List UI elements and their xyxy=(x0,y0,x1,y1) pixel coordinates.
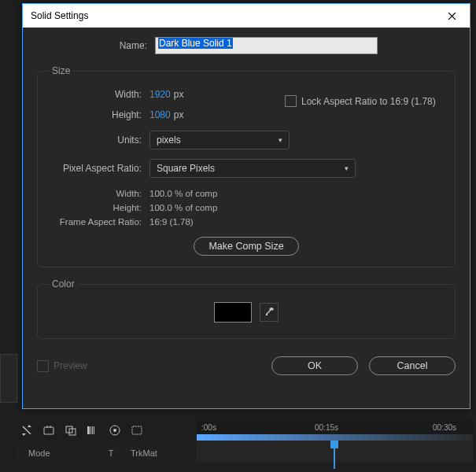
dialog-titlebar[interactable]: Solid Settings xyxy=(23,4,470,28)
height-value[interactable]: 1080 xyxy=(149,109,171,120)
preview-label: Preview xyxy=(54,360,87,371)
render-queue-icon[interactable] xyxy=(131,424,143,437)
color-legend: Color xyxy=(49,278,78,289)
lock-aspect-label: Lock Aspect Ratio to 16:9 (1.78) xyxy=(301,96,436,107)
width-label: Width: xyxy=(49,89,149,100)
checkbox-icon xyxy=(37,360,49,372)
timeline-toolbar xyxy=(16,420,201,441)
par-value: Square Pixels xyxy=(157,163,215,174)
size-legend: Size xyxy=(49,65,73,76)
cancel-button[interactable]: Cancel xyxy=(369,356,456,375)
motion-blur-icon[interactable] xyxy=(87,424,99,437)
col-t[interactable]: T xyxy=(91,448,131,458)
make-comp-size-button[interactable]: Make Comp Size xyxy=(194,237,298,256)
eyedropper-button[interactable] xyxy=(260,303,279,322)
timeline-ruler[interactable]: :00s 00:15s 00:30s xyxy=(197,420,473,441)
height-label: Height: xyxy=(49,109,149,120)
shy-icon[interactable] xyxy=(42,424,55,437)
timeline-track[interactable] xyxy=(197,441,473,463)
ro-width-value: 100.0 % of comp xyxy=(149,189,217,198)
name-label: Name: xyxy=(37,40,155,51)
eyedropper-icon xyxy=(264,307,275,318)
svg-point-8 xyxy=(113,429,116,432)
frame-blend-icon[interactable] xyxy=(65,424,77,437)
ok-button[interactable]: OK xyxy=(271,356,358,375)
timeline-columns: Mode T TrkMat xyxy=(16,444,197,463)
size-group: Size Width: 1920 px Height: 1080 px Lock… xyxy=(37,65,456,267)
par-select[interactable]: Square Pixels ▾ xyxy=(149,159,356,178)
ruler-gradient xyxy=(197,434,473,441)
width-unit: px xyxy=(174,89,184,100)
close-icon[interactable] xyxy=(440,4,463,28)
preview-checkbox[interactable]: Preview xyxy=(37,360,87,372)
name-input-value: Dark Blue Solid 1 xyxy=(158,38,233,49)
name-input[interactable]: Dark Blue Solid 1 xyxy=(155,37,378,54)
svg-rect-9 xyxy=(132,426,142,434)
ro-height-label: Height: xyxy=(49,203,149,212)
ro-far-label: Frame Aspect Ratio: xyxy=(49,217,149,227)
playhead[interactable] xyxy=(330,441,338,463)
ro-width-label: Width: xyxy=(49,189,149,198)
units-label: Units: xyxy=(49,135,149,146)
height-unit: px xyxy=(174,109,184,120)
svg-rect-3 xyxy=(87,426,90,434)
svg-rect-0 xyxy=(44,427,54,434)
chevron-down-icon: ▾ xyxy=(345,164,349,172)
units-value: pixels xyxy=(157,135,181,146)
svg-rect-4 xyxy=(90,426,91,434)
toggle-switches-icon[interactable] xyxy=(20,424,33,437)
units-select[interactable]: pixels ▾ xyxy=(149,131,290,149)
svg-rect-5 xyxy=(92,426,93,434)
color-group: Color xyxy=(37,278,456,339)
left-panel-fragment xyxy=(0,354,17,403)
ro-height-value: 100.0 % of comp xyxy=(149,203,217,212)
tick-0: :00s xyxy=(201,423,216,432)
solid-settings-dialog: Solid Settings Name: Dark Blue Solid 1 S… xyxy=(22,3,470,409)
dialog-title: Solid Settings xyxy=(31,10,88,21)
lock-aspect-checkbox[interactable]: Lock Aspect Ratio to 16:9 (1.78) xyxy=(285,95,436,107)
svg-rect-6 xyxy=(94,426,94,434)
playhead-head-icon xyxy=(330,441,338,448)
graph-editor-icon[interactable] xyxy=(109,424,121,437)
tick-2: 00:30s xyxy=(433,423,456,432)
checkbox-icon xyxy=(285,95,297,107)
chevron-down-icon: ▾ xyxy=(279,136,282,144)
ro-far-value: 16:9 (1.78) xyxy=(149,217,194,227)
col-trkmat[interactable]: TrkMat xyxy=(131,448,178,458)
par-label: Pixel Aspect Ratio: xyxy=(49,163,149,174)
col-mode[interactable]: Mode xyxy=(16,448,91,458)
width-value[interactable]: 1920 xyxy=(149,89,171,100)
color-swatch[interactable] xyxy=(214,302,252,323)
tick-1: 00:15s xyxy=(315,423,338,432)
playhead-line xyxy=(334,448,335,469)
